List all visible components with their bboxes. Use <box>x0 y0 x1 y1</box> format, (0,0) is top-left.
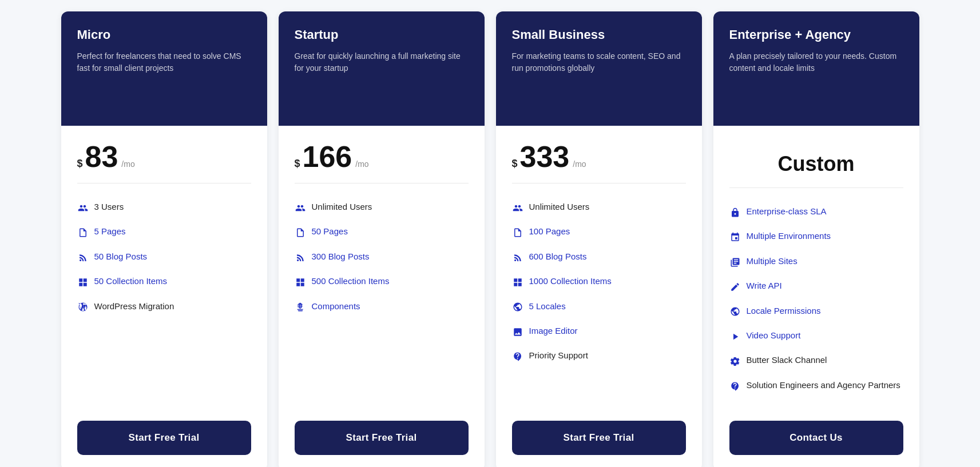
feature-text: Unlimited Users <box>312 201 372 213</box>
plan-footer-micro: Start Free Trial <box>61 409 267 467</box>
pages-icon <box>512 226 523 238</box>
plan-features-startup: Unlimited Users50 Pages300 Blog Posts500… <box>295 195 469 398</box>
plan-body-small-business: $ 333 /mo Unlimited Users100 Pages600 Bl… <box>496 126 702 409</box>
users-icon <box>512 201 523 214</box>
plan-desc-small-business: For marketing teams to scale content, SE… <box>512 50 686 74</box>
blog-icon <box>512 251 523 264</box>
plan-price-startup: $ 166 /mo <box>295 142 469 183</box>
feature-item: Priority Support <box>512 344 686 368</box>
feature-item: 5 Locales <box>512 294 686 319</box>
price-period: /mo <box>355 159 368 169</box>
feature-text: Image Editor <box>529 325 578 337</box>
feature-text: Priority Support <box>529 349 588 361</box>
feature-item: 5 Pages <box>77 219 251 244</box>
price-currency: $ <box>512 158 518 170</box>
pages-icon <box>295 226 306 238</box>
plan-header-micro: MicroPerfect for freelancers that need t… <box>61 11 267 126</box>
feature-text: 600 Blog Posts <box>529 250 587 262</box>
plan-features-enterprise: Enterprise-class SLAMultiple Environment… <box>729 199 903 398</box>
blog-icon <box>295 251 306 264</box>
feature-item: Write API <box>729 274 903 298</box>
feature-item: 50 Pages <box>295 219 469 244</box>
feature-text: Write API <box>747 280 782 292</box>
feature-item: 50 Blog Posts <box>77 245 251 269</box>
feature-text: Locale Permissions <box>747 305 821 317</box>
collection-icon <box>77 276 89 288</box>
feature-item: Components <box>295 294 469 319</box>
pricing-grid: MicroPerfect for freelancers that need t… <box>61 11 919 467</box>
feature-item: 300 Blog Posts <box>295 245 469 269</box>
feature-text: 50 Collection Items <box>94 275 168 287</box>
cta-button-micro[interactable]: Start Free Trial <box>77 421 251 455</box>
feature-item: Multiple Sites <box>729 249 903 274</box>
plan-title-enterprise: Enterprise + Agency <box>729 27 903 42</box>
plan-desc-micro: Perfect for freelancers that need to sol… <box>77 50 251 74</box>
feature-text: Multiple Sites <box>747 255 798 267</box>
plan-card-micro: MicroPerfect for freelancers that need t… <box>61 11 267 467</box>
feature-item: Multiple Environments <box>729 224 903 249</box>
feature-text: 300 Blog Posts <box>312 250 370 262</box>
plan-card-startup: StartupGreat for quickly launching a ful… <box>279 11 485 467</box>
environments-icon <box>729 230 741 243</box>
feature-item: Unlimited Users <box>512 195 686 219</box>
plan-body-startup: $ 166 /mo Unlimited Users50 Pages300 Blo… <box>279 126 485 409</box>
feature-text: Enterprise-class SLA <box>747 205 827 217</box>
collection-icon <box>512 276 523 288</box>
feature-item: Unlimited Users <box>295 195 469 219</box>
plan-card-small-business: Small BusinessFor marketing teams to sca… <box>496 11 702 467</box>
feature-text: 5 Pages <box>94 225 126 237</box>
feature-item: Locale Permissions <box>729 299 903 324</box>
plan-price-small-business: $ 333 /mo <box>512 142 686 183</box>
feature-item: 100 Pages <box>512 219 686 244</box>
plan-features-micro: 3 Users5 Pages50 Blog Posts50 Collection… <box>77 195 251 398</box>
cta-button-enterprise[interactable]: Contact Us <box>729 421 903 455</box>
feature-text: Unlimited Users <box>529 201 590 213</box>
pages-icon <box>77 226 89 238</box>
plan-card-enterprise: Enterprise + AgencyA plan precisely tail… <box>713 11 919 467</box>
plan-price-micro: $ 83 /mo <box>77 142 251 183</box>
locales-icon <box>512 301 523 313</box>
cta-button-small-business[interactable]: Start Free Trial <box>512 421 686 455</box>
video-icon <box>729 330 741 342</box>
feature-item: Solution Engineers and Agency Partners <box>729 373 903 398</box>
feature-item: WordPress Migration <box>77 294 251 319</box>
plan-desc-startup: Great for quickly launching a full marke… <box>295 50 469 74</box>
feature-text: Video Support <box>747 329 801 341</box>
price-currency: $ <box>295 158 300 170</box>
users-icon <box>77 201 89 214</box>
plan-body-enterprise: CustomEnterprise-class SLAMultiple Envir… <box>713 126 919 409</box>
users-icon <box>295 201 306 214</box>
feature-text: Multiple Environments <box>747 230 831 242</box>
feature-item: 500 Collection Items <box>295 269 469 294</box>
plan-footer-small-business: Start Free Trial <box>496 409 702 467</box>
cta-button-startup[interactable]: Start Free Trial <box>295 421 469 455</box>
blog-icon <box>77 251 89 264</box>
feature-text: 1000 Collection Items <box>529 275 612 287</box>
feature-item: Image Editor <box>512 319 686 344</box>
price-currency: $ <box>77 158 83 170</box>
feature-text: 500 Collection Items <box>312 275 390 287</box>
price-period: /mo <box>573 159 586 169</box>
lock-icon <box>729 206 741 218</box>
feature-item: Video Support <box>729 324 903 348</box>
feature-item: 600 Blog Posts <box>512 245 686 269</box>
plan-footer-enterprise: Contact Us <box>713 409 919 467</box>
feature-text: 100 Pages <box>529 225 570 237</box>
feature-item: 1000 Collection Items <box>512 269 686 294</box>
image-icon <box>512 325 523 338</box>
price-amount: 166 <box>303 142 352 171</box>
feature-item: Enterprise-class SLA <box>729 199 903 224</box>
plan-title-small-business: Small Business <box>512 27 686 42</box>
plan-desc-enterprise: A plan precisely tailored to your needs.… <box>729 50 903 74</box>
price-amount: 333 <box>520 142 570 171</box>
plan-footer-startup: Start Free Trial <box>279 409 485 467</box>
feature-item: Butter Slack Channel <box>729 348 903 373</box>
feature-text: WordPress Migration <box>94 300 174 312</box>
price-amount: 83 <box>85 142 118 171</box>
feature-text: Components <box>312 300 360 312</box>
plan-features-small-business: Unlimited Users100 Pages600 Blog Posts10… <box>512 195 686 398</box>
locale-perm-icon <box>729 305 741 318</box>
support-icon <box>512 350 523 362</box>
feature-text: Butter Slack Channel <box>747 354 827 366</box>
collection-icon <box>295 276 306 288</box>
